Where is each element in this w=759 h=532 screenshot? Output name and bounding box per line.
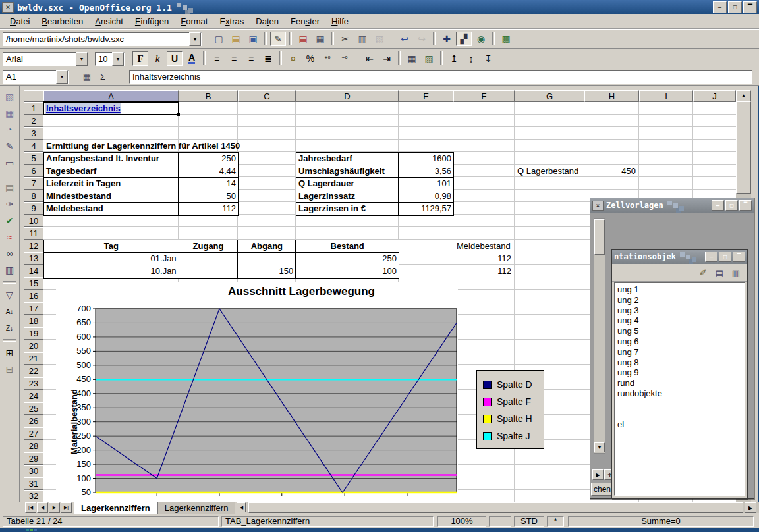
percent-format-icon[interactable]: % [302, 51, 318, 66]
zellvorlagen-titlebar[interactable]: ✕ Zellvorlagen –□▔ [590, 198, 754, 213]
row-header[interactable]: 8 [24, 190, 43, 202]
column-header-G[interactable]: G [515, 90, 584, 102]
align-right-icon[interactable]: ≡ [243, 51, 259, 66]
table-row[interactable]: Anfangsbestand lt. Inventur 250 [44, 153, 238, 165]
print-icon[interactable]: ▦ [312, 32, 328, 46]
font-size-dropdown-icon[interactable]: ▼ [112, 52, 124, 66]
zellvorlagen-scrollbar[interactable]: ▼ [594, 218, 605, 454]
column-header-F[interactable]: F [453, 90, 515, 102]
style-list-item[interactable]: rund [617, 378, 745, 388]
column-header-H[interactable]: H [584, 90, 639, 102]
insert-icon[interactable]: ▧ [2, 90, 18, 104]
row-header[interactable]: 12 [24, 240, 43, 252]
currency-format-icon[interactable]: ¤ [285, 51, 301, 66]
title-bar[interactable]: ✕ bwldv.sxc - OpenOffice.org 1.1 –□▔ [0, 0, 759, 14]
row-header[interactable]: 22 [24, 365, 43, 377]
style-list-item[interactable]: ung 9 [617, 367, 745, 378]
stylist-window[interactable]: ntationsobjek –□▔ ✐▤▥ ung 1ung 2ung 3ung… [611, 249, 748, 499]
row-header[interactable]: 2 [24, 115, 43, 127]
font-color-icon[interactable]: A [184, 51, 200, 66]
shade-button[interactable]: ▔ [739, 200, 752, 211]
formula-icon[interactable]: = [111, 70, 126, 84]
scroll-right-small-icon[interactable]: ▶ [592, 469, 604, 480]
spellcheck-icon[interactable]: ✔ [2, 213, 18, 228]
autospellcheck-icon[interactable]: ≈ [2, 230, 18, 244]
cell-meldebestand-header[interactable]: Meldebestand [455, 240, 513, 252]
select-all-corner[interactable] [24, 90, 43, 102]
cell-q-lagerbestand-label[interactable]: Q Lagerbestand [517, 165, 583, 177]
style-list-item[interactable]: ung 7 [617, 347, 745, 358]
row-header[interactable]: 31 [24, 477, 43, 490]
row-header[interactable]: 3 [24, 127, 43, 140]
stylist-icon[interactable]: ▞ [456, 32, 472, 46]
movement-header-row[interactable]: Tag Zugang Abgang Bestand [44, 240, 399, 253]
cell-reference-dropdown-icon[interactable]: ▼ [56, 70, 68, 84]
style-list-item[interactable]: ung 8 [617, 358, 745, 368]
add-decimal-icon[interactable]: ⁺⁰ [320, 51, 335, 66]
autofilter-icon[interactable]: ▽ [2, 288, 18, 302]
style-list-item[interactable]: ung 2 [617, 295, 745, 306]
underline-icon[interactable]: U [167, 51, 183, 66]
row-header[interactable]: 15 [24, 277, 43, 290]
status-insert-mode[interactable] [489, 516, 511, 527]
row-header[interactable]: 9 [24, 202, 43, 215]
minimize-button[interactable]: – [713, 1, 727, 13]
sum-icon[interactable]: Σ [95, 70, 111, 84]
align-center-icon[interactable]: ≡ [226, 51, 242, 66]
row-header[interactable]: 18 [24, 315, 43, 327]
url-dropdown-icon[interactable]: ▼ [189, 32, 201, 46]
movement-row-1[interactable]: 01.Jan 250 [44, 253, 399, 265]
row-header[interactable]: 25 [24, 402, 43, 415]
row-header[interactable]: 6 [24, 165, 43, 177]
column-header-J[interactable]: J [693, 90, 736, 102]
draw-functions-icon[interactable]: ✎ [2, 139, 18, 153]
window-menu-icon[interactable]: ✕ [2, 2, 14, 13]
font-name-combo[interactable]: Arial ▼ [3, 52, 88, 66]
shade-button[interactable]: ▔ [733, 252, 745, 262]
edit-mode-icon[interactable]: ✎ [270, 32, 286, 46]
selected-cell-a1[interactable]: Inhaltsverzeichnis [43, 101, 179, 115]
background-color-icon[interactable]: ▨ [421, 51, 437, 66]
tab-lagerkennziffern-2[interactable]: Lagerkennziffern [157, 502, 236, 515]
row-header[interactable]: 14 [24, 265, 43, 277]
increase-indent-icon[interactable]: ⇥ [379, 51, 395, 66]
chart-legend[interactable]: Spalte D Spalte F Spalte H Spalte J [476, 370, 544, 449]
row-header[interactable]: 10 [24, 215, 43, 227]
vertical-scrollbar-thumb[interactable] [736, 101, 751, 194]
fill-format-mode-icon[interactable]: ✐ [696, 266, 710, 279]
align-left-icon[interactable]: ≡ [209, 51, 225, 66]
table-row[interactable]: Meldebestand 112 [44, 203, 238, 215]
formula-input[interactable]: Inhaltsverzeichnis [129, 70, 752, 84]
status-zoom-level[interactable]: 100% [437, 516, 486, 527]
table-row[interactable]: Q Lagerdauer 101 [296, 178, 453, 190]
align-justify-icon[interactable]: ≣ [260, 51, 276, 66]
last-sheet-icon[interactable]: ▶| [61, 502, 72, 513]
scroll-down-icon[interactable]: ▼ [594, 442, 605, 452]
insert-draw-icon[interactable]: ✑ [2, 197, 18, 211]
find-replace-icon[interactable]: ∞ [2, 246, 18, 261]
cell-meldebestand-2[interactable]: 112 [455, 265, 513, 277]
style-list-item[interactable]: ung 3 [617, 306, 745, 316]
row-header[interactable]: 26 [24, 415, 43, 427]
style-list-item[interactable]: ung 6 [617, 336, 745, 347]
menu-ansicht[interactable]: Ansicht [89, 15, 129, 28]
menu-extras[interactable]: Extras [213, 15, 250, 28]
row-header[interactable]: 27 [24, 427, 43, 440]
copy-icon[interactable]: ▥ [354, 32, 370, 46]
row-header[interactable]: 24 [24, 390, 43, 402]
column-header-B[interactable]: B [179, 90, 238, 102]
style-list-item[interactable] [617, 410, 745, 420]
table-row[interactable]: Jahresbedarf 1600 [296, 153, 453, 165]
style-list-item[interactable]: rundobjekte [617, 388, 745, 399]
style-list-item[interactable]: ung 4 [617, 315, 745, 326]
undo-icon[interactable]: ↩ [397, 32, 412, 46]
first-sheet-icon[interactable]: |◀ [25, 502, 36, 513]
tab-lagerkennziffern-1[interactable]: Lagerkennziffern [74, 502, 157, 515]
column-header-I[interactable]: I [639, 90, 693, 102]
open-icon[interactable]: ▤ [228, 32, 244, 46]
style-list-item[interactable] [617, 399, 745, 410]
kennziffern-table-left[interactable]: Anfangsbestand lt. Inventur 250 Tagesbed… [43, 152, 239, 216]
column-header-C[interactable]: C [238, 90, 296, 102]
table-row[interactable]: Mindestbestand 50 [44, 190, 238, 203]
font-name-dropdown-icon[interactable]: ▼ [76, 52, 88, 66]
